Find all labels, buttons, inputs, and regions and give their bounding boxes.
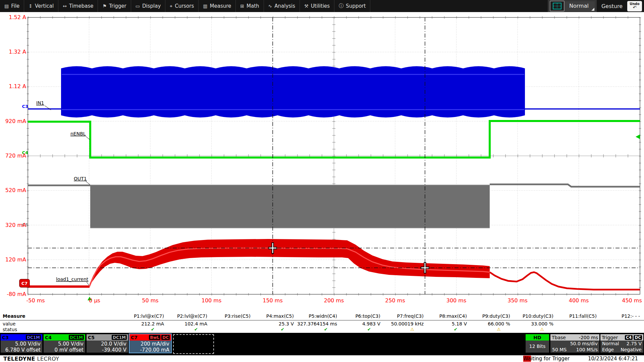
measure-p11-label[interactable]: P11:fall(C5) <box>569 313 597 319</box>
datetime-text: 10/23/2024 6:47:21 AM <box>588 356 644 362</box>
measure-p2-label[interactable]: P2:lvl@x(C7) <box>177 313 207 319</box>
channel-c4-offset: 0 mV offset <box>44 347 84 353</box>
channel-box-c5[interactable]: C5 DC1M 20.0 V/div -39.400 V <box>87 334 128 353</box>
oscilloscope-screen: ▤File ↕Vertical ↔Timebase ⚑Trigger ▭Disp… <box>0 0 644 362</box>
undo-button[interactable]: Undo ↶ <box>627 1 642 11</box>
info-circle-icon: ⓘ <box>339 3 343 9</box>
svg-text:C7: C7 <box>21 281 28 286</box>
menu-cursors[interactable]: ⌖Cursors <box>165 0 199 12</box>
menu-timebase[interactable]: ↔Timebase <box>58 0 98 12</box>
measure-p1-label[interactable]: P1:lvl@x(C7) <box>134 313 164 319</box>
waveform-chart-icon: ∿ <box>268 3 272 9</box>
x-axis-label: -50 ms <box>26 297 45 304</box>
tbase-delay: -200 ms <box>579 335 598 340</box>
measure-p7-value: 50.00019 kHz <box>391 321 424 326</box>
menu-math[interactable]: ⊞Math <box>236 0 264 12</box>
tbase-label: Tbase <box>552 335 566 340</box>
menu-trigger[interactable]: ⚑Trigger <box>98 0 131 12</box>
channel-c4-coupling-badge: DC1M <box>69 335 84 340</box>
timebase-box[interactable]: Tbase -200 ms 50.0 ms/div 50 MS 100 MS/s <box>550 334 599 353</box>
trace-c3-in1 <box>28 66 640 118</box>
measure-p6-value: 4.983 V <box>362 321 380 326</box>
measure-p3-label[interactable]: P3:rise(C5) <box>225 313 251 319</box>
tbase-scale: 50.0 ms/div <box>550 341 599 347</box>
grid-display-button[interactable] <box>550 1 565 11</box>
trace-label-in1: IN1 <box>36 100 44 106</box>
y-axis-label: 320 mA <box>5 222 26 228</box>
measure-p10-value: 33.000 % <box>531 321 553 326</box>
y-axis-label: 520 mA <box>5 187 26 193</box>
trace-label-load1-current: load1_current <box>56 277 89 282</box>
measure-p1-value: 212.2 mA <box>141 321 164 326</box>
channel-c7-scale: 200 mA/div <box>129 341 169 347</box>
measure-p7-status-icon <box>410 327 414 332</box>
x-axis-label: 150 ms <box>263 297 283 304</box>
menu-display[interactable]: ▭Display <box>131 0 166 12</box>
menu-support[interactable]: ⓘSupport <box>334 0 370 12</box>
menu-vertical[interactable]: ↕Vertical <box>24 0 58 12</box>
measure-p2-value: 102.4 mA <box>184 321 207 326</box>
hd-mode-box[interactable]: HD 12 Bits <box>526 334 549 353</box>
channel-c7-bwl-badge: BwL <box>149 335 160 340</box>
measure-p7-label[interactable]: P7:freq(C3) <box>397 313 424 319</box>
empty-channel-slot[interactable] <box>173 334 214 354</box>
display-monitor-icon: ▭ <box>136 3 140 9</box>
menu-analysis-label: Analysis <box>274 3 295 9</box>
measure-p12-label[interactable]: P12:- - - <box>622 313 640 319</box>
trigger-status-text: Waiting for Trigger <box>523 356 570 362</box>
undo-arrow-icon: ↶ <box>633 5 637 10</box>
hd-bits: 12 Bits <box>526 343 549 349</box>
brand-lecroy: LECROY <box>37 356 59 362</box>
channel-box-c7-selected[interactable]: C7 BwL DC 200 mA/div -720.00 mA <box>129 334 171 353</box>
bottom-descriptor-strip: C3 DC1M 5.00 V/div 6.780 V offset C4 DC1… <box>0 333 644 355</box>
measure-p10-label[interactable]: P10:duty(C3) <box>523 313 553 319</box>
trigger-coupling-badge: DC <box>634 335 642 340</box>
measure-p5-value: 327.3764154 ms <box>297 321 337 326</box>
channel-c5-coupling-badge: DC1M <box>112 335 127 340</box>
menu-support-label: Support <box>346 3 366 9</box>
measure-p9-label[interactable]: P9:duty(C3) <box>482 313 510 319</box>
trace-label-out1: OUT1 <box>74 176 87 181</box>
menu-file[interactable]: ▤File <box>0 0 24 12</box>
measure-p6-label[interactable]: P6:top(C3) <box>355 313 380 319</box>
channel-c7-offset: -720.00 mA <box>129 347 169 353</box>
measure-p10-status-icon <box>540 327 544 332</box>
trigger-status-highlight: Wa <box>523 356 531 362</box>
measure-p4-label[interactable]: P4:max(C5) <box>266 313 294 319</box>
menu-math-label: Math <box>247 3 259 9</box>
dropdown-fold-icon <box>591 8 594 11</box>
y-axis-labels: 1.52 A 1.32 A 1.12 A 920 mA 720 mA 520 m… <box>5 14 26 297</box>
menu-trigger-label: Trigger <box>109 3 126 9</box>
measure-p5-label[interactable]: P5:widn(C4) <box>309 313 337 319</box>
channel-marker-c7[interactable]: C7 <box>19 279 30 287</box>
trigger-label: Trigger <box>602 335 618 340</box>
grid-icon <box>553 3 561 9</box>
measure-p6-status-icon <box>367 327 371 332</box>
channel-c7-id: C7 <box>131 335 138 340</box>
gesture-label: Gesture <box>600 3 624 9</box>
measure-p8-status-icon <box>454 327 458 332</box>
measure-p1-status-icon <box>151 327 155 332</box>
channel-box-c4[interactable]: C4 DC1M 5.00 V/div 0 mV offset <box>44 334 85 353</box>
brand-logo: TELEDYNE LECROY <box>3 356 59 362</box>
menu-file-label: File <box>11 3 19 9</box>
x-axis-label: 300 ms <box>446 297 467 304</box>
file-icon: ▤ <box>4 3 9 9</box>
x-axis-label: 0 µs <box>89 297 100 304</box>
menu-timebase-label: Timebase <box>69 3 93 9</box>
menu-analysis[interactable]: ∿Analysis <box>264 0 300 12</box>
channel-marker-c3[interactable]: C3 <box>22 104 28 109</box>
measure-p9-status-icon <box>497 327 501 332</box>
channel-box-c3[interactable]: C3 DC1M 5.00 V/div 6.780 V offset <box>1 334 42 353</box>
trigger-level-marker[interactable] <box>636 134 640 139</box>
display-mode-dropdown[interactable]: Normal <box>565 1 595 11</box>
trace-label-nenbl: nENBL <box>70 131 86 136</box>
channel-c3-id: C3 <box>2 335 9 340</box>
trigger-mode: Normal <box>602 341 619 347</box>
waveform-plot-area: C3 C4 C5 C7 IN1 nENBL OUT1 load1_current… <box>0 12 644 313</box>
measure-p8-label[interactable]: P8:max(C4) <box>439 313 467 319</box>
menu-utilities[interactable]: ⚒Utilities <box>300 0 334 12</box>
trigger-box[interactable]: Trigger C4 DC Normal 2.75 V Edge Negativ… <box>600 334 643 353</box>
menu-measure[interactable]: ▥Measure <box>199 0 236 12</box>
status-row-header: status <box>3 327 17 332</box>
